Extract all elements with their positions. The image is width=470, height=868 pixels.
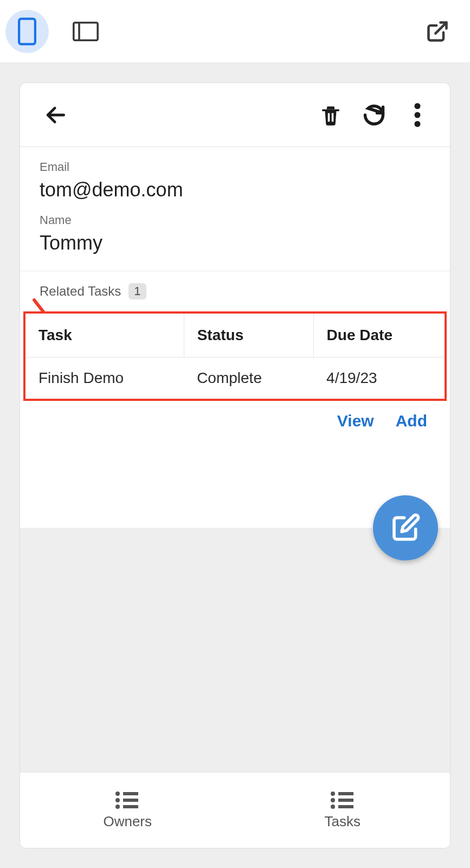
svg-point-16 (115, 805, 120, 809)
svg-rect-23 (338, 805, 353, 808)
related-tasks-count: 1 (128, 283, 146, 299)
phone-preview-button[interactable] (5, 10, 49, 53)
svg-point-20 (331, 798, 335, 802)
related-tasks-heading: Related Tasks (40, 284, 121, 299)
add-link[interactable]: Add (396, 412, 427, 430)
svg-rect-8 (332, 113, 334, 122)
name-value: Tommy (40, 232, 430, 254)
back-button[interactable] (36, 95, 75, 135)
svg-point-12 (115, 792, 120, 796)
nav-tasks-label: Tasks (325, 813, 360, 830)
related-tasks-table: Task Status Due Date Finish Demo Complet… (25, 314, 445, 399)
preview-toolbar (0, 0, 470, 63)
record-details: Email tom@demo.com Name Tommy (20, 147, 450, 271)
svg-rect-13 (123, 792, 138, 795)
tablet-icon (73, 22, 99, 41)
svg-rect-1 (74, 22, 98, 40)
col-status[interactable]: Status (184, 314, 313, 358)
svg-rect-7 (328, 113, 330, 122)
arrow-left-icon (44, 103, 68, 127)
view-link[interactable]: View (337, 412, 374, 430)
tablet-preview-button[interactable] (64, 10, 107, 53)
more-button[interactable] (398, 95, 437, 135)
svg-point-11 (415, 121, 421, 127)
related-tasks-actions: View Add (40, 401, 430, 441)
related-tasks-section: Related Tasks 1 Task Status Due Date (20, 271, 450, 441)
name-field: Name Tommy (40, 213, 430, 254)
email-label: Email (40, 160, 430, 174)
edit-fab[interactable] (373, 495, 438, 560)
email-field: Email tom@demo.com (40, 160, 430, 201)
nav-owners[interactable]: Owners (20, 773, 235, 848)
svg-rect-17 (123, 805, 138, 808)
preview-stage: Email tom@demo.com Name Tommy Related Ta… (0, 63, 470, 868)
svg-line-3 (435, 22, 446, 33)
app-header (20, 83, 450, 147)
phone-icon (18, 17, 36, 46)
list-icon (114, 790, 140, 810)
svg-rect-0 (19, 18, 35, 44)
device-frame: Email tom@demo.com Name Tommy Related Ta… (20, 82, 450, 848)
list-icon (330, 790, 356, 810)
nav-tasks[interactable]: Tasks (235, 773, 450, 848)
empty-area (20, 528, 450, 772)
cell-due: 4/19/23 (313, 358, 445, 399)
svg-rect-15 (123, 799, 138, 802)
related-tasks-table-highlight: Task Status Due Date Finish Demo Complet… (23, 311, 447, 401)
refresh-icon (362, 103, 386, 127)
svg-rect-19 (338, 792, 353, 795)
more-vertical-icon (414, 103, 421, 127)
nav-owners-label: Owners (103, 813, 152, 830)
delete-button[interactable] (311, 95, 350, 135)
col-due[interactable]: Due Date (313, 314, 445, 358)
svg-point-22 (331, 805, 335, 809)
edit-icon (390, 513, 421, 543)
bottom-nav: Owners Tasks (20, 772, 450, 848)
open-external-button[interactable] (416, 10, 459, 53)
col-task[interactable]: Task (25, 314, 184, 358)
trash-icon (319, 103, 342, 127)
svg-point-18 (331, 792, 335, 796)
table-row[interactable]: Finish Demo Complete 4/19/23 (25, 358, 445, 399)
external-link-icon (426, 20, 449, 43)
name-label: Name (40, 213, 430, 227)
refresh-button[interactable] (355, 95, 394, 135)
cell-status: Complete (184, 358, 313, 399)
svg-rect-21 (338, 799, 353, 802)
table-header-row: Task Status Due Date (25, 314, 445, 358)
svg-point-9 (415, 103, 421, 109)
email-value: tom@demo.com (40, 178, 430, 201)
svg-point-14 (115, 798, 120, 802)
cell-task: Finish Demo (25, 358, 184, 399)
svg-point-10 (415, 112, 421, 118)
